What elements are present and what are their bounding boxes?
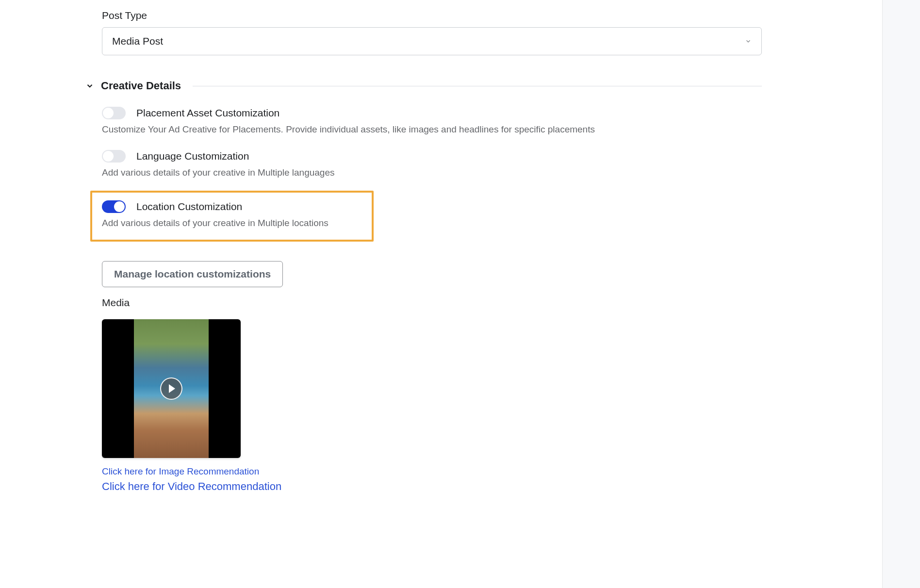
language-toggle[interactable] bbox=[102, 150, 126, 163]
image-recommendation-link[interactable]: Click here for Image Recommendation bbox=[102, 465, 762, 479]
post-type-field: Post Type Media Post bbox=[102, 10, 762, 55]
chevron-down-icon[interactable] bbox=[85, 82, 94, 90]
placement-toggle[interactable] bbox=[102, 107, 126, 119]
location-toggle-row: Location Customization Add various detai… bbox=[102, 200, 362, 230]
placement-toggle-desc: Customize Your Ad Creative for Placement… bbox=[102, 123, 762, 136]
placement-toggle-label: Placement Asset Customization bbox=[136, 107, 279, 119]
location-highlight-box: Location Customization Add various detai… bbox=[90, 191, 374, 242]
main-content: Post Type Media Post Creative Details Pl… bbox=[0, 0, 762, 494]
play-icon bbox=[169, 384, 175, 393]
language-toggle-row: Language Customization Add various detai… bbox=[102, 150, 762, 180]
location-toggle-header: Location Customization bbox=[102, 200, 362, 213]
toggle-knob bbox=[103, 151, 114, 162]
section-divider bbox=[193, 86, 762, 86]
media-label: Media bbox=[102, 297, 762, 309]
post-type-select[interactable]: Media Post bbox=[102, 27, 762, 55]
chevron-down-icon bbox=[745, 38, 752, 45]
language-toggle-header: Language Customization bbox=[102, 150, 762, 163]
toggle-knob bbox=[114, 201, 125, 212]
placement-toggle-row: Placement Asset Customization Customize … bbox=[102, 107, 762, 136]
manage-location-customizations-button[interactable]: Manage location customizations bbox=[102, 261, 283, 287]
play-button[interactable] bbox=[160, 377, 182, 400]
right-panel-bg bbox=[882, 0, 920, 588]
placement-toggle-header: Placement Asset Customization bbox=[102, 107, 762, 119]
location-toggle-desc: Add various details of your creative in … bbox=[102, 217, 362, 230]
location-toggle[interactable] bbox=[102, 200, 126, 213]
media-thumbnail[interactable] bbox=[102, 319, 241, 458]
post-type-value: Media Post bbox=[112, 35, 163, 47]
creative-details-title: Creative Details bbox=[101, 80, 181, 92]
toggle-knob bbox=[103, 108, 114, 118]
creative-details-header: Creative Details bbox=[85, 80, 762, 92]
language-toggle-desc: Add various details of your creative in … bbox=[102, 166, 762, 180]
video-recommendation-link[interactable]: Click here for Video Recommendation bbox=[102, 478, 762, 494]
location-toggle-label: Location Customization bbox=[136, 201, 242, 212]
post-type-label: Post Type bbox=[102, 10, 762, 21]
language-toggle-label: Language Customization bbox=[136, 150, 249, 162]
